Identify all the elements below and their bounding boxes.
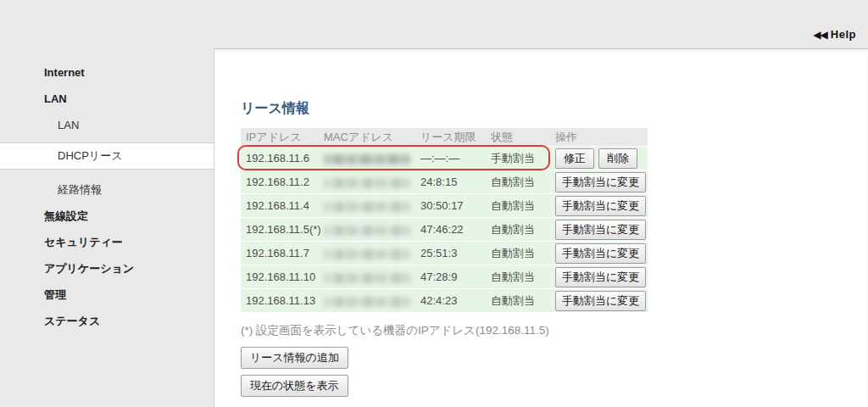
status-cell: 手動割当 — [486, 147, 550, 170]
status-cell: 自動割当 — [486, 170, 550, 193]
table-row: 192.168.11.2 24:8:15 自動割当 手動割当に変更 — [241, 170, 648, 193]
mac-cell — [319, 289, 415, 312]
header-status: 状態 — [486, 128, 550, 146]
header-lease: リース期限 — [415, 128, 486, 146]
sidebar-item-admin[interactable]: 管理 — [0, 282, 214, 308]
mac-blurred — [324, 178, 410, 188]
sidebar-item-applications[interactable]: アプリケーション — [0, 255, 214, 282]
lease-cell: 24:8:15 — [415, 170, 486, 193]
ip-cell: 192.168.11.13 — [241, 289, 319, 312]
change-to-manual-button[interactable]: 手動割当に変更 — [555, 172, 646, 192]
lease-cell: 47:28:9 — [415, 265, 486, 288]
lease-cell: 30:50:17 — [415, 194, 486, 217]
table-row: 192.168.11.4 30:50:17 自動割当 手動割当に変更 — [241, 194, 648, 217]
status-cell: 自動割当 — [486, 289, 550, 312]
actions-cell: 手動割当に変更 — [550, 265, 648, 288]
status-cell: 自動割当 — [486, 194, 550, 217]
actions-cell: 手動割当に変更 — [550, 289, 648, 312]
mac-cell — [319, 194, 415, 217]
actions-cell: 手動割当に変更 — [550, 242, 648, 265]
add-lease-button[interactable]: リース情報の追加 — [241, 347, 348, 369]
table-row: 192.168.11.5(*) 47:46:22 自動割当 手動割当に変更 — [241, 218, 648, 241]
lease-cell: —:—:— — [415, 147, 486, 170]
help-label: Help — [831, 28, 856, 41]
mac-blurred — [324, 249, 410, 259]
double-left-arrow-icon: ◀◀ — [813, 29, 826, 41]
table-header-row: IPアドレス MACアドレス リース期限 状態 操作 — [241, 128, 648, 146]
lease-cell: 25:51:3 — [415, 242, 486, 265]
status-cell: 自動割当 — [486, 218, 550, 241]
change-to-manual-button[interactable]: 手動割当に変更 — [555, 267, 646, 287]
sidebar-item-lan-sub[interactable]: LAN — [0, 112, 214, 138]
mac-blurred — [324, 297, 410, 307]
mac-cell — [319, 170, 415, 193]
ip-cell: 192.168.11.10 — [241, 265, 319, 288]
ip-cell: 192.168.11.2 — [241, 170, 319, 193]
change-to-manual-button[interactable]: 手動割当に変更 — [555, 291, 646, 311]
table-row: 192.168.11.10 47:28:9 自動割当 手動割当に変更 — [241, 265, 648, 288]
actions-cell: 手動割当に変更 — [550, 194, 648, 217]
mac-cell — [319, 218, 415, 241]
sidebar-item-lan[interactable]: LAN — [0, 86, 214, 112]
status-cell: 自動割当 — [486, 242, 550, 265]
sidebar-item-route-info[interactable]: 経路情報 — [0, 176, 214, 203]
mac-blurred — [324, 273, 410, 283]
sidebar-item-dhcp-lease[interactable]: DHCPリース — [0, 142, 214, 170]
sidebar-item-internet[interactable]: Internet — [0, 59, 214, 86]
lease-table-wrap: IPアドレス MACアドレス リース期限 状態 操作 192.168.11.6 … — [241, 127, 648, 313]
footnote: (*) 設定画面を表示している機器のIPアドレス(192.168.11.5) — [241, 323, 868, 338]
ip-cell: 192.168.11.4 — [241, 194, 319, 217]
mac-cell — [319, 242, 415, 265]
change-to-manual-button[interactable]: 手動割当に変更 — [555, 243, 646, 264]
sidebar: Internet LAN LAN DHCPリース 経路情報 無線設定 セキュリテ… — [0, 0, 214, 407]
sidebar-menu: Internet LAN LAN DHCPリース 経路情報 無線設定 セキュリテ… — [0, 59, 214, 334]
table-row: 192.168.11.7 25:51:3 自動割当 手動割当に変更 — [241, 242, 648, 265]
help-link[interactable]: ◀◀Help — [813, 28, 856, 41]
ip-cell: 192.168.11.5(*) — [241, 218, 319, 241]
lease-cell: 47:46:22 — [415, 218, 486, 241]
lease-cell: 42:4:23 — [415, 289, 486, 312]
header-ops: 操作 — [550, 128, 648, 146]
mac-cell — [319, 147, 415, 170]
actions-cell: 修正削除 — [550, 147, 648, 170]
sidebar-item-wireless[interactable]: 無線設定 — [0, 203, 214, 229]
actions-cell: 手動割当に変更 — [550, 218, 648, 241]
table-row: 192.168.11.6 —:—:— 手動割当 修正削除 — [241, 147, 648, 170]
ip-cell: 192.168.11.7 — [241, 242, 319, 265]
sidebar-item-security[interactable]: セキュリティー — [0, 229, 214, 255]
ip-cell: 192.168.11.6 — [241, 147, 319, 170]
sidebar-item-status[interactable]: ステータス — [0, 308, 214, 334]
show-current-status-button[interactable]: 現在の状態を表示 — [241, 375, 348, 397]
delete-button[interactable]: 削除 — [598, 148, 637, 169]
actions-cell: 手動割当に変更 — [550, 170, 648, 193]
status-cell: 自動割当 — [486, 265, 550, 288]
mac-blurred — [324, 226, 410, 236]
lease-table: IPアドレス MACアドレス リース期限 状態 操作 192.168.11.6 … — [241, 127, 648, 313]
page-title: リース情報 — [241, 100, 868, 118]
header-mac: MACアドレス — [319, 128, 415, 146]
mac-blurred — [324, 202, 410, 212]
table-row: 192.168.11.13 42:4:23 自動割当 手動割当に変更 — [241, 289, 648, 312]
content-panel: リース情報 IPアドレス MACアドレス リース期限 状態 操作 — [214, 48, 868, 407]
mac-cell — [319, 265, 415, 288]
header-ip: IPアドレス — [241, 128, 319, 146]
edit-button[interactable]: 修正 — [555, 148, 594, 169]
mac-blurred — [324, 154, 410, 164]
change-to-manual-button[interactable]: 手動割当に変更 — [555, 196, 646, 216]
change-to-manual-button[interactable]: 手動割当に変更 — [555, 220, 646, 240]
